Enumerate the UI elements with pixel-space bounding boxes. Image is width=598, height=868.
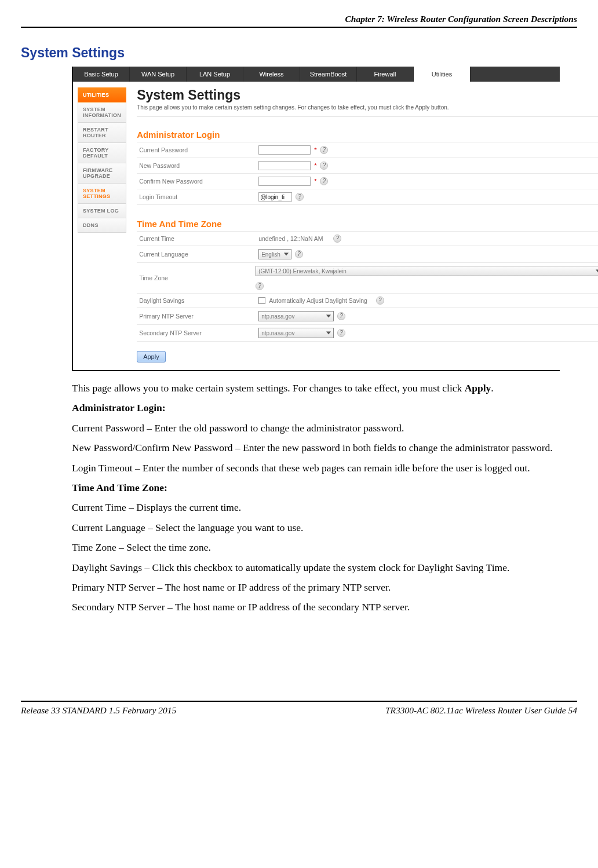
help-icon[interactable]: ? [337, 329, 345, 337]
text: This page allows you to make certain sys… [72, 382, 465, 394]
help-icon[interactable]: ? [320, 162, 328, 170]
row-login-timeout: Login Timeout ? [137, 189, 598, 205]
apply-button[interactable]: Apply [137, 351, 166, 362]
sidebar-item-firmware-upgrade[interactable]: FIRMWARE UPGRADE [78, 163, 126, 184]
help-icon[interactable]: ? [337, 312, 345, 320]
paragraph-current-time: Current Time – Displays the current time… [72, 501, 560, 514]
row-current-language: Current Language English ? [137, 246, 598, 262]
time-zone-select[interactable]: (GMT-12:00) Enewetak, Kwajalein [256, 266, 598, 276]
row-current-time: Current Time undefined , 12::NaN AM ? [137, 231, 598, 246]
text: . [491, 382, 493, 394]
tab-lan-setup[interactable]: LAN Setup [187, 67, 243, 82]
label-confirm-password: Confirm New Password [137, 178, 258, 185]
new-password-input[interactable] [258, 161, 311, 170]
main-panel: System Settings This page allows you to … [126, 85, 598, 367]
help-icon[interactable]: ? [320, 146, 328, 154]
label-current-password: Current Password [137, 147, 258, 153]
paragraph-secondary-ntp: Secondary NTP Server – The host name or … [72, 600, 560, 613]
confirm-password-input[interactable] [258, 177, 311, 186]
tab-bar: Basic Setup WAN Setup LAN Setup Wireless… [73, 67, 560, 82]
apply-strong: Apply [465, 382, 491, 394]
time-heading: Time And Time Zone [137, 219, 598, 229]
paragraph-current-language: Current Language – Select the language y… [72, 521, 560, 534]
tab-firewall[interactable]: Firewall [357, 67, 414, 82]
admin-heading: Administrator Login [137, 130, 598, 140]
row-new-password: New Password * ? [137, 158, 598, 173]
page-footer: Release 33 STANDARD 1.5 February 2015 TR… [21, 701, 577, 716]
sidebar-item-ddns[interactable]: DDNS [78, 218, 126, 233]
section-title: System Settings [21, 45, 577, 61]
tab-streamboost[interactable]: StreamBoost [300, 67, 357, 82]
heading-admin-login: Administrator Login: [72, 402, 166, 413]
secondary-ntp-select[interactable]: ntp.nasa.gov [258, 328, 334, 338]
label-daylight: Daylight Savings [137, 297, 258, 304]
paragraph-intro: This page allows you to make certain sys… [72, 382, 560, 394]
sidebar: UTILITIES SYSTEM INFORMATION RESTART ROU… [76, 85, 126, 367]
router-screenshot: Basic Setup WAN Setup LAN Setup Wireless… [72, 67, 560, 371]
label-secondary-ntp: Secondary NTP Server [137, 329, 258, 336]
sidebar-item-system-log[interactable]: SYSTEM LOG [78, 204, 126, 218]
paragraph-daylight-savings: Daylight Savings – Click this checkbox t… [72, 561, 560, 574]
row-confirm-password: Confirm New Password * ? [137, 173, 598, 189]
row-current-password: Current Password * ? [137, 142, 598, 158]
label-current-language: Current Language [137, 251, 258, 258]
required-icon: * [314, 147, 316, 153]
body-text: This page allows you to make certain sys… [72, 382, 560, 614]
help-icon[interactable]: ? [296, 193, 304, 201]
row-daylight: Daylight Savings Automatically Adjust Da… [137, 293, 598, 307]
tab-utilities[interactable]: Utilities [414, 67, 471, 82]
panel-title: System Settings [137, 87, 598, 103]
primary-ntp-select[interactable]: ntp.nasa.gov [258, 311, 334, 321]
panel-intro: This page allows you to make certain sys… [137, 104, 598, 111]
current-password-input[interactable] [258, 145, 311, 155]
label-time-zone: Time Zone [137, 274, 256, 281]
sidebar-item-factory-default[interactable]: FACTORY DEFAULT [78, 143, 126, 163]
sidebar-item-utilities[interactable]: UTILITIES [78, 87, 126, 102]
tab-basic-setup[interactable]: Basic Setup [73, 67, 130, 82]
help-icon[interactable]: ? [376, 296, 384, 305]
paragraph-time-zone: Time Zone – Select the time zone. [72, 541, 560, 554]
current-time-value: undefined , 12::NaN AM [258, 235, 323, 242]
divider [137, 116, 598, 117]
paragraph-login-timeout: Login Timeout – Enter the number of seco… [72, 462, 560, 474]
sidebar-item-restart-router[interactable]: RESTART ROUTER [78, 123, 126, 143]
required-icon: * [314, 162, 316, 169]
help-icon[interactable]: ? [295, 250, 303, 258]
tab-wan-setup[interactable]: WAN Setup [130, 67, 187, 82]
paragraph-new-password: New Password/Confirm New Password – Ente… [72, 441, 560, 454]
paragraph-primary-ntp: Primary NTP Server – The host name or IP… [72, 581, 560, 594]
footer-right: TR3300-AC 802.11ac Wireless Router User … [385, 705, 577, 716]
paragraph-current-password: Current Password – Enter the old passwor… [72, 422, 560, 434]
daylight-label: Automatically Adjust Daylight Saving [269, 297, 367, 304]
footer-left: Release 33 STANDARD 1.5 February 2015 [21, 705, 176, 716]
label-login-timeout: Login Timeout [137, 193, 258, 200]
row-secondary-ntp: Secondary NTP Server ntp.nasa.gov ? [137, 324, 598, 342]
chapter-header: Chapter 7: Wireless Router Configuration… [21, 14, 577, 28]
daylight-checkbox[interactable] [258, 297, 265, 304]
sidebar-item-system-settings[interactable]: SYSTEM SETTINGS [78, 184, 126, 204]
help-icon[interactable]: ? [333, 235, 341, 243]
tab-wireless[interactable]: Wireless [243, 67, 300, 82]
label-current-time: Current Time [137, 235, 258, 242]
help-icon[interactable]: ? [256, 282, 264, 290]
label-new-password: New Password [137, 162, 258, 169]
language-select[interactable]: English [258, 249, 291, 259]
apply-wrap: Apply [137, 353, 598, 360]
heading-time-zone: Time And Time Zone: [72, 482, 167, 493]
help-icon[interactable]: ? [320, 177, 328, 185]
sidebar-item-system-information[interactable]: SYSTEM INFORMATION [78, 102, 126, 123]
row-time-zone: Time Zone (GMT-12:00) Enewetak, Kwajalei… [137, 262, 598, 293]
row-primary-ntp: Primary NTP Server ntp.nasa.gov ? [137, 307, 598, 324]
required-icon: * [314, 178, 316, 185]
login-timeout-input[interactable] [258, 192, 292, 202]
label-primary-ntp: Primary NTP Server [137, 313, 258, 320]
